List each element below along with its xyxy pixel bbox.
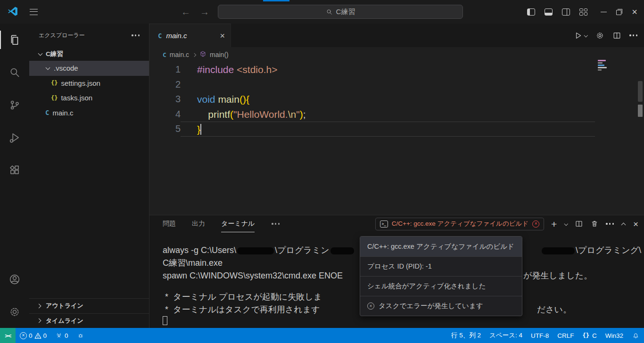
- settings-gear-icon[interactable]: [595, 31, 604, 40]
- tab-main-c[interactable]: C main.c ×: [149, 24, 231, 47]
- status-item-label: C: [592, 332, 597, 339]
- activity-extensions[interactable]: [0, 154, 29, 186]
- explorer-root-folder[interactable]: C練習: [29, 47, 149, 61]
- code-text: void main(){: [181, 92, 595, 107]
- explorer-item-main.c[interactable]: Cmain.c: [29, 106, 149, 121]
- minimap[interactable]: [598, 60, 609, 71]
- editor-scrollbar-thumb[interactable]: [638, 81, 643, 102]
- activity-run-debug[interactable]: [0, 121, 29, 154]
- ports-count: 0: [65, 332, 68, 339]
- activity-settings[interactable]: [0, 295, 29, 328]
- line-number[interactable]: 5: [149, 122, 181, 137]
- code-line-4[interactable]: 4 printf("HelloWorld.\n");: [149, 107, 644, 122]
- chevron-down-icon: [45, 65, 50, 71]
- dropdown-item[interactable]: プロセス ID (PID): -1: [360, 256, 522, 276]
- status-item-label: Win32: [605, 332, 623, 339]
- code-token: [197, 109, 208, 120]
- explorer-item-tasks.json[interactable]: {}tasks.json: [29, 90, 149, 106]
- status-item-label: 行 5、列 2: [451, 331, 481, 340]
- section-outline[interactable]: アウトライン: [29, 298, 149, 313]
- status-item-label: UTF-8: [531, 332, 549, 339]
- status-language[interactable]: {}C: [578, 328, 601, 343]
- customize-layout-icon[interactable]: [579, 8, 587, 16]
- toggle-panel-icon[interactable]: [545, 8, 553, 16]
- code-token: }: [197, 124, 200, 135]
- trash-icon[interactable]: [590, 220, 599, 228]
- notifications-bell[interactable]: [627, 328, 644, 343]
- top-accent-bar: [263, 0, 289, 1]
- panel-tab-terminal[interactable]: ターミナル: [221, 215, 255, 232]
- activity-search[interactable]: [0, 56, 29, 89]
- terminal-text: always -g C:\Users\: [163, 245, 236, 255]
- history-nav: ← →: [181, 7, 209, 17]
- remote-indicator[interactable]: ><: [0, 328, 16, 343]
- code-token: (: [239, 94, 243, 105]
- terminal-task-dropdown: C/C++: gcc.exe アクティブなファイルのビルドプロセス ID (PI…: [360, 236, 522, 316]
- new-terminal-icon[interactable]: +: [551, 219, 557, 229]
- terminal-task-button[interactable]: >_ C/C++: gcc.exe アクティブなファイルのビルド ×: [375, 218, 544, 230]
- code-line-2[interactable]: 2: [149, 77, 644, 92]
- chevron-down-icon[interactable]: [584, 33, 587, 37]
- section-timeline[interactable]: タイムライン: [29, 313, 149, 328]
- code-line-3[interactable]: 3void main(){: [149, 92, 644, 107]
- code-line-1[interactable]: 1#include <stdio.h>: [149, 62, 644, 77]
- problems-status[interactable]: × 0 0: [16, 328, 51, 343]
- activity-source-control[interactable]: [0, 89, 29, 121]
- maximize-panel-chevron-icon[interactable]: [621, 221, 626, 227]
- close-window-button[interactable]: ×: [632, 7, 637, 16]
- terminal-dropdown-chevron-icon[interactable]: [564, 222, 568, 226]
- dropdown-item[interactable]: シェル統合がアクティブ化されました: [360, 276, 522, 296]
- panel-tab-output[interactable]: 出力: [192, 215, 205, 232]
- explorer-item-.vscode[interactable]: .vscode: [29, 61, 149, 76]
- line-number[interactable]: 4: [149, 107, 181, 122]
- panel-more-tabs-icon[interactable]: [272, 223, 280, 224]
- line-number[interactable]: 1: [149, 62, 181, 77]
- back-icon[interactable]: ←: [181, 7, 190, 17]
- status-eol[interactable]: CRLF: [553, 328, 578, 343]
- search-text: C練習: [336, 8, 355, 16]
- minimize-button[interactable]: [601, 12, 607, 12]
- source-control-icon: [8, 99, 21, 111]
- more-actions-icon[interactable]: [629, 34, 637, 36]
- terminal-text: spawn C:\WINDOWS\system32\cmd.exe ENOE: [163, 271, 343, 280]
- activity-explorer[interactable]: [0, 24, 29, 56]
- toggle-primary-sidebar-icon[interactable]: [527, 8, 535, 16]
- status-cursor-position[interactable]: 行 5、列 2: [447, 328, 485, 343]
- line-number[interactable]: 2: [149, 77, 181, 92]
- panel-tab-problems[interactable]: 問題: [163, 215, 176, 232]
- code-token: main: [218, 94, 239, 105]
- dropdown-item[interactable]: C/C++: gcc.exe アクティブなファイルのビルド: [360, 237, 522, 256]
- debug-status[interactable]: [73, 328, 89, 343]
- line-number[interactable]: 3: [149, 92, 181, 107]
- split-editor-icon[interactable]: [612, 31, 621, 40]
- status-item-label: スペース: 4: [489, 331, 522, 340]
- split-terminal-icon[interactable]: [575, 220, 583, 228]
- code-line-5[interactable]: 5}: [149, 122, 644, 137]
- close-tab-icon[interactable]: ×: [220, 32, 225, 40]
- status-bar: >< × 0 0 0 行 5、列 2スペース: 4UTF-8CRLF{}CWin…: [0, 328, 644, 343]
- breadcrumb-file[interactable]: main.c: [170, 51, 189, 58]
- status-platform[interactable]: Win32: [601, 328, 627, 343]
- dropdown-item[interactable]: ×タスクでエラーが発生しています: [360, 296, 522, 316]
- toggle-secondary-sidebar-icon[interactable]: [562, 8, 570, 16]
- files-icon: [8, 34, 21, 46]
- restore-button[interactable]: [616, 9, 622, 15]
- close-panel-icon[interactable]: ×: [633, 220, 638, 229]
- code-area[interactable]: 1#include <stdio.h>23void main(){4 print…: [149, 62, 644, 137]
- chevron-down-icon: [38, 51, 43, 57]
- activity-account[interactable]: [0, 263, 29, 295]
- redaction-scribble: [330, 247, 354, 254]
- ports-status[interactable]: 0: [51, 328, 73, 343]
- dropdown-item-label: シェル統合がアクティブ化されました: [367, 282, 486, 291]
- breadcrumb-symbol[interactable]: main(): [210, 51, 229, 58]
- explorer-more-actions-icon[interactable]: [132, 34, 140, 36]
- run-button[interactable]: [574, 31, 587, 40]
- explorer-item-label: tasks.json: [61, 94, 92, 102]
- status-indentation[interactable]: スペース: 4: [485, 328, 527, 343]
- command-center-search[interactable]: C練習: [218, 5, 463, 19]
- explorer-item-settings.json[interactable]: {}settings.json: [29, 76, 149, 91]
- panel-more-actions-icon[interactable]: [606, 223, 614, 224]
- status-encoding[interactable]: UTF-8: [527, 328, 553, 343]
- menu-icon[interactable]: [30, 9, 38, 15]
- forward-icon[interactable]: →: [200, 7, 209, 17]
